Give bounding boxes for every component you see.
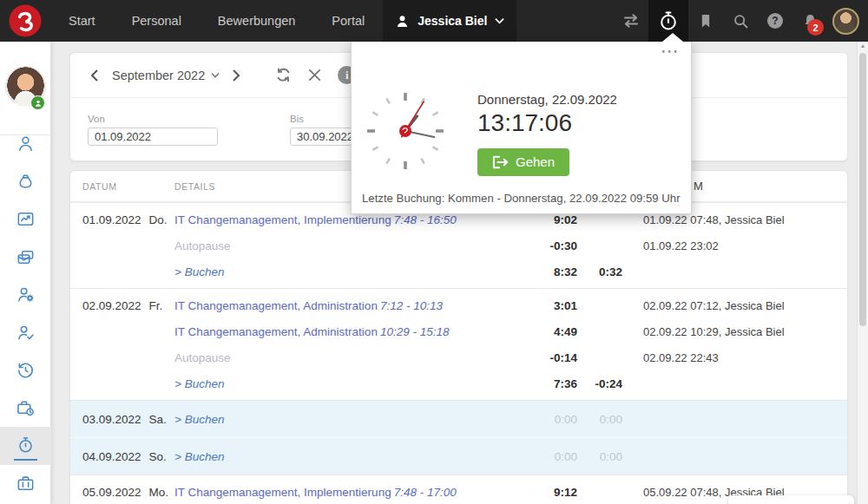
header-datum: DATUM — [82, 181, 174, 192]
app-logo[interactable] — [9, 4, 42, 37]
table-row-weekend: 04.09.2022So. > Buchen 0:00 0:00 — [70, 437, 847, 475]
popup-date: Donnerstag, 22.09.2022 — [477, 92, 617, 107]
sign-out-icon — [492, 155, 509, 169]
top-navbar: Start Personal Bewerbungen Portal Jessic… — [0, 0, 868, 42]
menu-item-personal[interactable]: Personal — [114, 0, 200, 42]
weekday-label: Sa. — [149, 413, 167, 426]
user-menu[interactable]: Jessica Biel — [383, 0, 516, 42]
time-entry-link[interactable]: IT Changemanagement, Administration10:29… — [174, 325, 449, 338]
sidebar-item-history[interactable] — [0, 351, 51, 389]
left-sidebar — [0, 42, 51, 504]
last-booking-text: Letzte Buchung: Kommen - Donnerstag, 22.… — [362, 192, 681, 205]
autopause-label: Autopause — [174, 351, 231, 364]
buchen-link[interactable]: > Buchen — [174, 265, 224, 278]
menu-item-portal[interactable]: Portal — [313, 0, 383, 42]
navbar-avatar[interactable] — [832, 8, 859, 35]
sidebar-item-employee-admin[interactable] — [0, 276, 51, 314]
sidebar-item-employees[interactable] — [0, 125, 51, 163]
buchen-link[interactable]: > Buchen — [174, 413, 224, 426]
analog-clock — [364, 89, 447, 173]
menu-item-bewerbungen[interactable]: Bewerbungen — [200, 0, 314, 42]
day-balance: 0:00 — [577, 413, 622, 426]
buchen-link[interactable]: > Buchen — [174, 450, 224, 463]
created-by: 02.09.22 07:12, Jessica Biel — [622, 299, 835, 312]
duration-value: -0:14 — [478, 351, 577, 364]
weekday-label: Fr. — [149, 299, 163, 312]
help-glyph: ? — [772, 15, 778, 27]
search-icon[interactable] — [723, 0, 758, 42]
notification-badge: 2 — [807, 19, 824, 36]
created-by: 01.09.22 23:02 — [622, 239, 835, 252]
time-entry-link[interactable]: IT Changemanagement, Administration7:12 … — [174, 299, 443, 312]
date-label: 04.09.2022 — [82, 450, 141, 463]
date-label: 02.09.2022 — [82, 299, 141, 312]
bell-icon[interactable]: 2 — [792, 0, 827, 42]
day-balance: 0:32 — [577, 265, 622, 278]
weekday-label: Do. — [149, 213, 168, 226]
close-icon[interactable] — [307, 68, 322, 82]
popup-menu-icon[interactable]: ⋯ — [661, 42, 681, 61]
bookings-table: DATUM DETAILS M 01.09.2022Do. IT Changem… — [69, 170, 848, 504]
sidebar-item-time-tracking[interactable] — [0, 427, 51, 465]
day-total: 0:00 — [478, 450, 577, 463]
month-selector[interactable]: September 2022 — [112, 69, 220, 82]
table-row: 01.09.2022Do. IT Changemanagement, Imple… — [70, 202, 847, 288]
day-balance: -0:24 — [577, 377, 622, 390]
von-label: Von — [88, 114, 218, 124]
time-entry-link[interactable]: IT Changemanagement, Implementierung7:48… — [174, 486, 457, 499]
sidebar-item-payroll[interactable] — [0, 163, 51, 201]
date-label: 01.09.2022 — [82, 213, 141, 226]
von-input[interactable] — [88, 128, 218, 146]
vertical-scrollbar: ▲ — [857, 42, 868, 504]
help-icon[interactable]: ? — [758, 0, 792, 42]
sidebar-item-approvals[interactable] — [0, 314, 51, 352]
scroll-up-button[interactable]: ▲ — [858, 43, 868, 49]
duration-value: 9:12 — [478, 486, 577, 499]
scrollbar-thumb[interactable] — [859, 53, 866, 326]
presence-badge-icon — [30, 95, 45, 110]
day-total: 0:00 — [478, 413, 577, 426]
navbar-actions: ? 2 — [614, 0, 868, 42]
popup-clock-time: 13:17:06 — [477, 109, 617, 137]
chevron-down-icon — [495, 17, 504, 24]
weekday-label: Mo. — [149, 486, 169, 499]
day-total: 7:36 — [478, 377, 577, 390]
next-month-button[interactable] — [227, 66, 246, 85]
created-by: 02.09.22 10:29, Jessica Biel — [622, 325, 835, 338]
sidebar-item-travel[interactable] — [0, 465, 51, 503]
table-row-weekend: 03.09.2022Sa. > Buchen 0:00 0:00 — [70, 400, 847, 437]
user-icon — [395, 14, 410, 29]
table-row: 02.09.2022Fr. IT Changemanagement, Admin… — [70, 288, 847, 400]
chevron-down-icon — [211, 72, 220, 78]
main-menu: Start Personal Bewerbungen Portal — [50, 0, 383, 42]
refresh-icon[interactable] — [275, 67, 292, 83]
day-balance: 0:00 — [577, 450, 622, 463]
menu-item-start[interactable]: Start — [50, 0, 114, 42]
bookmark-icon[interactable] — [688, 0, 723, 42]
user-name: Jessica Biel — [418, 14, 487, 28]
duration-value: -0:30 — [478, 239, 577, 252]
created-by: 01.09.22 07:48, Jessica Biel — [622, 213, 835, 226]
sidebar-item-work-time[interactable] — [0, 389, 51, 428]
buchen-link[interactable]: > Buchen — [174, 377, 224, 390]
date-label: 03.09.2022 — [82, 413, 141, 426]
bottom-right-peek-panel — [728, 495, 854, 504]
time-entry-link[interactable]: IT Changemanagement, Implementierung7:48… — [174, 213, 457, 226]
day-total: 8:32 — [478, 265, 577, 278]
gehen-button[interactable]: Gehen — [477, 148, 569, 176]
date-label: 05.09.2022 — [82, 486, 141, 499]
time-clock-popup: ⋯ Donnerstag, 22.09.2022 13:17:06 — [351, 42, 692, 214]
duration-value: 3:01 — [478, 299, 577, 312]
switch-icon[interactable] — [614, 0, 648, 42]
created-by: 02.09.22 22:43 — [622, 351, 835, 364]
sidebar-item-applications[interactable] — [0, 239, 51, 277]
prev-month-button[interactable] — [84, 66, 103, 85]
duration-value: 4:49 — [478, 325, 577, 338]
sidebar-item-reports[interactable] — [0, 200, 51, 239]
autopause-label: Autopause — [174, 239, 231, 252]
weekday-label: So. — [149, 450, 167, 463]
sidebar-nav — [0, 125, 51, 502]
duration-value: 9:02 — [478, 213, 577, 226]
